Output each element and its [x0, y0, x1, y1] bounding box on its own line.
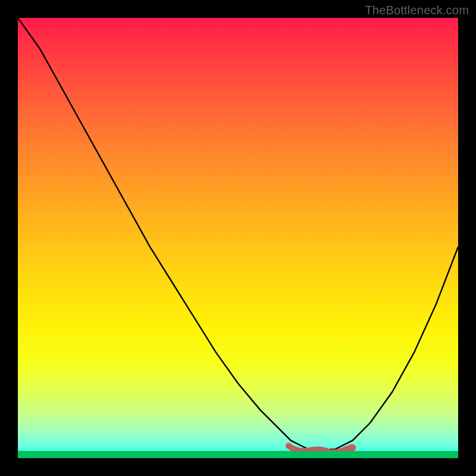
chart-container: TheBottleneck.com — [0, 0, 476, 476]
optimal-range-marker — [18, 18, 458, 458]
attribution-watermark: TheBottleneck.com — [365, 4, 469, 17]
plot-area — [18, 18, 458, 458]
